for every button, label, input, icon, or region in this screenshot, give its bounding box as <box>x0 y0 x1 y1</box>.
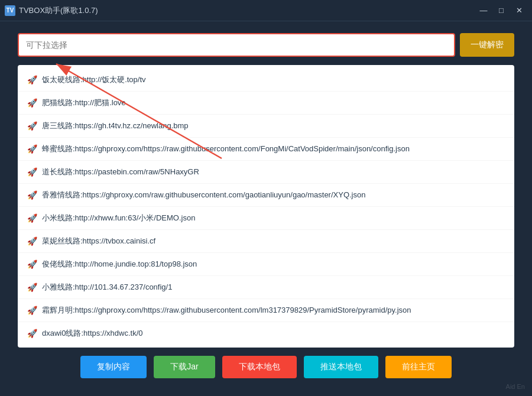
app-icon: TV <box>5 5 15 16</box>
minimize-button[interactable]: — <box>475 4 492 18</box>
list-item[interactable]: 🚀唐三线路:https://gh.t4tv.hz.cz/newlang.bmp <box>18 115 514 138</box>
rocket-icon: 🚀 <box>27 329 37 338</box>
list-item[interactable]: 🚀肥猫线路:http://肥猫.love <box>18 92 514 115</box>
bottom-buttons: 复制内容 下载Jar 下载本地包 推送本地包 前往主页 <box>18 356 514 384</box>
list-item[interactable]: 🚀俊佬线路:http://home.jundie.top:81/top98.js… <box>18 253 514 276</box>
copy-button[interactable]: 复制内容 <box>80 356 147 378</box>
list-item[interactable]: 🚀霜辉月明:https://ghproxy.com/https://raw.gi… <box>18 299 514 322</box>
list-container[interactable]: 🚀饭太硬线路:http://饭太硬.top/tv🚀肥猫线路:http://肥猫.… <box>18 65 514 348</box>
item-text: 俊佬线路:http://home.jundie.top:81/top98.jso… <box>42 259 197 270</box>
rocket-icon: 🚀 <box>27 236 37 246</box>
download-local-button[interactable]: 下载本地包 <box>222 356 297 378</box>
main-content: 一键解密 🚀饭太硬线路:http://饭太硬.top/tv🚀肥猫线路:http:… <box>0 21 532 396</box>
rocket-icon: 🚀 <box>27 190 37 200</box>
item-text: 肥猫线路:http://肥猫.love <box>42 98 126 108</box>
list-item[interactable]: 🚀香雅情线路:https://ghproxy.com/raw.githubuse… <box>18 184 514 207</box>
push-local-button[interactable]: 推送本地包 <box>304 356 378 378</box>
item-text: 霜辉月明:https://ghproxy.com/https://raw.git… <box>42 305 411 316</box>
item-text: 香雅情线路:https://ghproxy.com/raw.githubuser… <box>42 190 365 200</box>
rocket-icon: 🚀 <box>27 75 37 85</box>
item-text: 饭太硬线路:http://饭太硬.top/tv <box>42 74 146 85</box>
download-jar-button[interactable]: 下载Jar <box>154 356 215 378</box>
item-text: 小米线路:http://xhww.fun:63/小米/DEMO.json <box>42 213 195 223</box>
item-text: 小雅线路:http://101.34.67.237/config/1 <box>42 282 172 293</box>
item-text: dxawi0线路:https://xhdwc.tk/0 <box>42 328 143 339</box>
rocket-icon: 🚀 <box>27 144 37 154</box>
watermark: Aid En <box>506 383 525 390</box>
rocket-icon: 🚀 <box>27 306 37 315</box>
list-item[interactable]: 🚀道长线路:https://pastebin.com/raw/5NHaxyGR <box>18 161 514 184</box>
rocket-icon: 🚀 <box>27 121 37 131</box>
goto-home-button[interactable]: 前往主页 <box>385 356 452 378</box>
input-row: 一键解密 <box>18 33 514 57</box>
rocket-icon: 🚀 <box>27 213 37 223</box>
list-item[interactable]: 🚀小米线路:http://xhww.fun:63/小米/DEMO.json <box>18 207 514 230</box>
list-item[interactable]: 🚀小雅线路:http://101.34.67.237/config/1 <box>18 276 514 299</box>
item-text: 道长线路:https://pastebin.com/raw/5NHaxyGR <box>42 167 199 177</box>
close-button[interactable]: ✕ <box>511 4 527 18</box>
window-controls: — □ ✕ <box>475 4 527 18</box>
list-item[interactable]: 🚀蜂蜜线路:https://ghproxy.com/https://raw.gi… <box>18 138 514 161</box>
maximize-button[interactable]: □ <box>493 4 510 18</box>
list-item[interactable]: 🚀菜妮丝线路:https://tvbox.cainisi.cf <box>18 230 514 253</box>
titlebar: TV TVBOX助手(豚歌1.0.7) — □ ✕ <box>0 0 532 21</box>
item-text: 唐三线路:https://gh.t4tv.hz.cz/newlang.bmp <box>42 121 189 131</box>
list-item[interactable]: 🚀dxawi0线路:https://xhdwc.tk/0 <box>18 322 514 345</box>
rocket-icon: 🚀 <box>27 259 37 269</box>
list-item[interactable]: 🚀饭太硬线路:http://饭太硬.top/tv <box>18 69 514 92</box>
rocket-icon: 🚀 <box>27 167 37 177</box>
app-title: TVBOX助手(豚歌1.0.7) <box>19 5 475 16</box>
rocket-icon: 🚀 <box>27 283 37 292</box>
rocket-icon: 🚀 <box>27 98 37 108</box>
item-text: 蜂蜜线路:https://ghproxy.com/https://raw.git… <box>42 144 410 154</box>
decrypt-button[interactable]: 一键解密 <box>460 33 514 57</box>
item-text: 菜妮丝线路:https://tvbox.cainisi.cf <box>42 236 155 246</box>
url-input[interactable] <box>18 33 455 57</box>
